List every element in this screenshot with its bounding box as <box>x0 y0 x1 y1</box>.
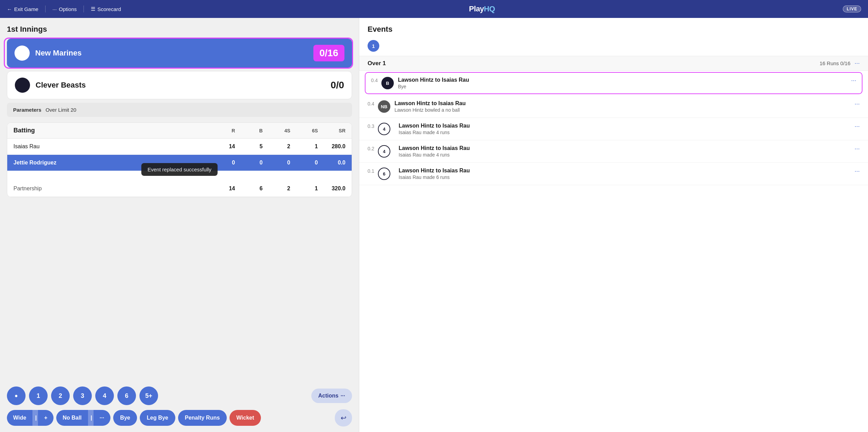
event-item-0: 0.4 B Lawson Hintz to Isaias Rau Bye ··· <box>365 72 862 94</box>
parameters-label: Parameters <box>13 107 41 113</box>
left-panel: 1st Innings New Marines 0/16 Clever Beas… <box>0 18 359 432</box>
run-buttons-row: • 1 2 3 4 6 5+ Actions ··· <box>7 386 352 405</box>
event-content-4: Lawson Hintz to Isaias Rau Isaias Rau ma… <box>399 168 852 180</box>
penalty-runs-button[interactable]: Penalty Runs <box>178 410 227 426</box>
event-content-3: Lawson Hintz to Isaias Rau Isaias Rau ma… <box>399 145 852 158</box>
event-number-badge: 1 <box>368 40 379 52</box>
batting-table: Batting R B 4S 6S SR Isaias Rau 14 5 2 1 <box>7 122 352 197</box>
noball-more-label: ··· <box>94 410 110 426</box>
header-logo: PlayHQ <box>121 4 843 13</box>
run-btn-4[interactable]: 4 <box>95 386 114 405</box>
batting-row-partnership-4s: 2 <box>263 185 290 192</box>
undo-button[interactable]: ↩ <box>335 409 352 426</box>
wide-label: Wide <box>7 410 32 426</box>
scorecard-icon: ☰ <box>91 6 95 12</box>
batting-col-4s: 4S <box>263 128 290 133</box>
batting-table-header: Batting R B 4S 6S SR <box>7 123 352 139</box>
event-content-1: Lawson Hintz to Isaias Rau Lawson Hintz … <box>394 100 852 113</box>
options-button[interactable]: ··· Options <box>52 6 77 12</box>
batting-row-partnership-b: 6 <box>235 185 263 192</box>
batting-row-1-4s: 0 <box>263 160 290 166</box>
parameters-bar: Parameters Over Limit 20 <box>7 103 352 117</box>
event-more-0[interactable]: ··· <box>848 77 856 84</box>
bowling-team-card: Clever Beasts 0/0 <box>7 71 352 99</box>
event-title-1: Lawson Hintz to Isaias Rau <box>394 100 852 107</box>
actions-ellipsis-icon: ··· <box>341 393 345 399</box>
batting-col-r: R <box>207 128 235 133</box>
innings-title: 1st Innings <box>7 25 352 34</box>
parameters-value: Over Limit 20 <box>46 107 76 113</box>
bowling-team-name: Clever Beasts <box>36 81 331 90</box>
batting-row-0-4s: 2 <box>263 143 290 150</box>
scorecard-button[interactable]: ☰ Scorecard <box>91 6 121 12</box>
batting-team-score: 0/16 <box>313 45 345 61</box>
over-score: 16 Runs 0/16 <box>820 60 850 66</box>
live-badge: LIVE <box>843 6 861 12</box>
over-more-button[interactable]: ··· <box>855 60 860 67</box>
event-subtitle-1: Lawson Hintz bowled a no ball <box>394 107 852 113</box>
batting-row-partnership: Partnership 14 6 2 1 320.0 <box>7 181 352 197</box>
header-divider-2 <box>84 6 84 12</box>
event-more-4[interactable]: ··· <box>852 168 860 175</box>
batting-row-0-6s: 1 <box>290 143 318 150</box>
batting-row-partnership-r: 14 <box>207 185 235 192</box>
wide-button[interactable]: Wide | + <box>7 410 53 426</box>
batting-row-partnership-6s: 1 <box>290 185 318 192</box>
event-item-2: 0.3 4 Lawson Hintz to Isaias Rau Isaias … <box>359 118 868 140</box>
event-more-2[interactable]: ··· <box>852 123 860 130</box>
batting-row-0-sr: 280.0 <box>318 143 345 150</box>
batting-col-6s: 6S <box>290 128 318 133</box>
event-ball-4: 0.1 <box>368 168 378 174</box>
header-divider-1 <box>45 6 46 12</box>
run-btn-6[interactable]: 6 <box>117 386 136 405</box>
header-right: LIVE <box>843 6 861 12</box>
bowling-team-avatar <box>15 78 30 93</box>
event-title-2: Lawson Hintz to Isaias Rau <box>399 123 852 129</box>
header-nav-left: ← Exit Game ··· Options ☰ Scorecard <box>7 6 121 12</box>
right-panel: Events 1 Over 1 16 Runs 0/16 ··· 0.4 B L… <box>359 18 868 432</box>
run-btn-1[interactable]: 1 <box>29 386 48 405</box>
bowling-team-score: 0/0 <box>331 80 344 91</box>
event-content-2: Lawson Hintz to Isaias Rau Isaias Rau ma… <box>399 123 852 135</box>
undo-icon: ↩ <box>341 414 347 422</box>
actions-button[interactable]: Actions ··· <box>311 389 352 403</box>
run-btn-dot[interactable]: • <box>7 386 26 405</box>
event-replaced-tooltip: Event replaced successfully <box>141 163 217 176</box>
event-item-1: 0.4 NB Lawson Hintz to Isaias Rau Lawson… <box>359 96 868 118</box>
events-title: Events <box>359 18 868 37</box>
event-more-3[interactable]: ··· <box>852 145 860 152</box>
batting-row-0-b: 5 <box>235 143 263 150</box>
left-scrollable: 1st Innings New Marines 0/16 Clever Beas… <box>0 18 359 381</box>
bye-button[interactable]: Bye <box>113 410 137 426</box>
event-ball-1: 0.4 <box>368 100 378 107</box>
event-title-0: Lawson Hintz to Isaias Rau <box>398 77 848 83</box>
batting-row-0: Isaias Rau 14 5 2 1 280.0 <box>7 139 352 155</box>
batting-row-0-r: 14 <box>207 143 235 150</box>
batting-col-sr: SR <box>318 128 345 133</box>
noball-button[interactable]: No Ball | ··· <box>56 410 110 426</box>
event-more-1[interactable]: ··· <box>852 100 860 108</box>
event-avatar-2: 4 <box>378 123 390 135</box>
exit-game-button[interactable]: ← Exit Game <box>7 6 38 12</box>
legbye-button[interactable]: Leg Bye <box>140 410 175 426</box>
event-ball-2: 0.3 <box>368 123 378 129</box>
wicket-button[interactable]: Wicket <box>230 410 261 426</box>
event-item-4: 0.1 6 Lawson Hintz to Isaias Rau Isaias … <box>359 163 868 185</box>
batting-row-0-name: Isaias Rau <box>13 143 207 150</box>
event-subtitle-2: Isaias Rau made 4 runs <box>399 130 852 135</box>
event-avatar-0: B <box>381 77 394 89</box>
event-avatar-4: 6 <box>378 168 390 180</box>
event-item-3: 0.2 4 Lawson Hintz to Isaias Rau Isaias … <box>359 140 868 163</box>
wide-divider: | <box>32 410 38 426</box>
run-btn-5plus[interactable]: 5+ <box>139 386 158 405</box>
batting-col-b: B <box>235 128 263 133</box>
event-ball-0: 0.4 <box>371 77 381 83</box>
event-subtitle-3: Isaias Rau made 4 runs <box>399 152 852 158</box>
run-btn-2[interactable]: 2 <box>51 386 70 405</box>
event-avatar-3: 4 <box>378 145 390 158</box>
event-subtitle-4: Isaias Rau made 6 runs <box>399 174 852 180</box>
run-btn-3[interactable]: 3 <box>73 386 92 405</box>
noball-divider: | <box>88 410 94 426</box>
batting-team-avatar <box>14 46 30 61</box>
event-subtitle-0: Bye <box>398 84 848 89</box>
